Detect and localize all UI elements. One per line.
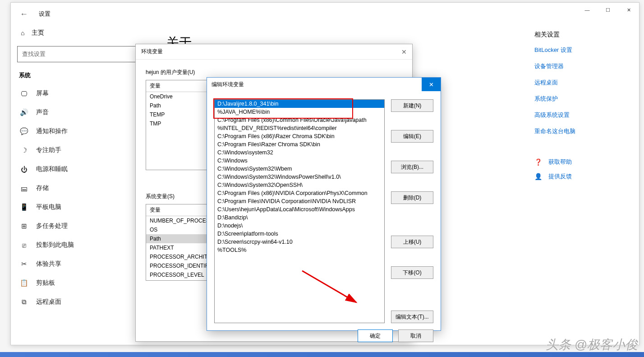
sidebar-item-label: 声音 — [36, 108, 49, 116]
sidebar-item-7[interactable]: ⊞多任务处理 — [15, 217, 148, 236]
path-dialog-titlebar: 编辑环境变量 ✕ — [207, 78, 441, 91]
sidebar-item-label: 投影到此电脑 — [36, 241, 74, 249]
path-entry[interactable]: C:\Windows\System32\OpenSSH\ — [215, 181, 384, 189]
path-entry[interactable]: D:\nodejs\ — [215, 222, 384, 230]
feedback-icon: 👤 — [534, 173, 542, 180]
edit-text-button[interactable]: 编辑文本(T)... — [391, 311, 433, 323]
sidebar-item-8[interactable]: ⎚投影到此电脑 — [15, 236, 148, 255]
path-entries-list[interactable]: D:\Java\jre1.8.0_341\bin%JAVA_HOME%\binC… — [214, 99, 385, 323]
delete-button[interactable]: 删除(D) — [391, 191, 433, 204]
sidebar-icon: ⏻ — [20, 166, 28, 173]
sidebar-item-10[interactable]: 📋剪贴板 — [15, 274, 148, 292]
path-entry[interactable]: C:\Program Files (x86)\NVIDIA Corporatio… — [215, 189, 384, 197]
sidebar: ⌂ 主页 查找设置 系统 🖵屏幕🔊声音💬通知和操作☽专注助手⏻电源和睡眠🖴存储📱… — [11, 25, 153, 345]
help-link[interactable]: ❓ 获取帮助 — [534, 158, 634, 166]
path-entry[interactable]: %TOOLS% — [215, 246, 384, 254]
sidebar-item-label: 存储 — [36, 184, 49, 192]
env-close-icon[interactable]: ✕ — [401, 48, 407, 56]
path-entry[interactable]: C:\Windows\System32\Wbem — [215, 165, 384, 173]
sidebar-item-11[interactable]: ⧉远程桌面 — [15, 292, 148, 311]
window-controls: — ☐ ✕ — [577, 3, 639, 17]
sidebar-item-label: 平板电脑 — [36, 203, 61, 211]
sidebar-item-label: 专注助手 — [36, 146, 61, 154]
settings-header: ← 设置 — [11, 3, 639, 25]
sidebar-item-label: 剪贴板 — [36, 279, 55, 287]
path-button-column: 新建(N) 编辑(E) 浏览(B)... 删除(D) 上移(U) 下移(O) 编… — [391, 99, 433, 323]
path-entry[interactable]: D:\Screen\scrcpy-win64-v1.10 — [215, 238, 384, 246]
taskbar — [0, 352, 644, 357]
sidebar-item-label: 通知和操作 — [36, 127, 68, 135]
related-link[interactable]: 重命名这台电脑 — [534, 127, 634, 135]
sidebar-icon: ✂ — [20, 260, 28, 268]
sidebar-item-1[interactable]: 🔊声音 — [15, 103, 148, 122]
sidebar-icon: 📋 — [20, 279, 28, 287]
sidebar-icon: 📱 — [20, 203, 28, 211]
sidebar-icon: ⧉ — [20, 298, 28, 306]
sidebar-icon: 🔊 — [20, 108, 28, 116]
sidebar-item-label: 多任务处理 — [36, 222, 68, 230]
sidebar-item-6[interactable]: 📱平板电脑 — [15, 198, 148, 217]
path-entry[interactable]: D:\Java\jre1.8.0_341\bin — [215, 100, 384, 108]
settings-title: 设置 — [39, 10, 51, 18]
path-entry[interactable]: %JAVA_HOME%\bin — [215, 108, 384, 116]
sidebar-icon: ⎚ — [20, 241, 28, 249]
edit-button[interactable]: 编辑(E) — [391, 130, 433, 143]
related-link[interactable]: 设备管理器 — [534, 62, 634, 70]
related-link[interactable]: BitLocker 设置 — [534, 46, 634, 54]
sidebar-item-0[interactable]: 🖵屏幕 — [15, 84, 148, 103]
sidebar-icon: ⊞ — [20, 222, 28, 230]
path-dialog-title: 编辑环境变量 — [212, 81, 244, 88]
path-entry[interactable]: C:\Windows\System32\WindowsPowerShell\v1… — [215, 173, 384, 181]
maximize-button[interactable]: ☐ — [598, 3, 618, 17]
sidebar-item-9[interactable]: ✂体验共享 — [15, 255, 148, 274]
back-icon[interactable]: ← — [20, 9, 28, 19]
cancel-button[interactable]: 取消 — [398, 329, 433, 342]
sidebar-item-4[interactable]: ⏻电源和睡眠 — [15, 160, 148, 179]
sidebar-item-label: 体验共享 — [36, 260, 61, 268]
sidebar-icon: 🖴 — [20, 185, 28, 192]
user-vars-label: hejun 的用户变量(U) — [146, 69, 402, 76]
browse-button[interactable]: 浏览(B)... — [391, 161, 433, 173]
path-entry[interactable]: D:\Bandizip\ — [215, 213, 384, 222]
related-settings-panel: 相关设置 BitLocker 设置设备管理器远程桌面系统保护高级系统设置重命名这… — [534, 31, 634, 187]
sidebar-item-5[interactable]: 🖴存储 — [15, 179, 148, 198]
path-entry[interactable]: C:\Users\hejun\AppData\Local\Microsoft\W… — [215, 205, 384, 213]
search-placeholder: 查找设置 — [22, 50, 46, 58]
path-entry[interactable]: C:\Program Files\Razer Chroma SDK\bin — [215, 140, 384, 148]
close-button[interactable]: ✕ — [618, 3, 639, 17]
related-link[interactable]: 系统保护 — [534, 95, 634, 103]
home-label: 主页 — [32, 29, 44, 37]
env-dialog-title: 环境变量 — [141, 48, 163, 56]
related-link[interactable]: 高级系统设置 — [534, 111, 634, 119]
sidebar-icon: 💬 — [20, 127, 28, 135]
feedback-label: 提供反馈 — [548, 172, 572, 181]
sidebar-item-label: 屏幕 — [36, 89, 49, 97]
env-dialog-titlebar: 环境变量 ✕ — [136, 44, 412, 60]
path-entry[interactable]: C:\Program Files (x86)\Razer Chroma SDK\… — [215, 132, 384, 140]
sidebar-section-label: 系统 — [15, 69, 148, 84]
sidebar-icon: 🖵 — [20, 90, 28, 97]
path-entry[interactable]: C:\Windows\system32 — [215, 148, 384, 157]
path-entry[interactable]: D:\Screen\platform-tools — [215, 230, 384, 238]
search-input[interactable]: 查找设置 — [17, 46, 147, 62]
move-down-button[interactable]: 下移(O) — [391, 266, 433, 279]
related-link[interactable]: 远程桌面 — [534, 79, 634, 87]
path-entry[interactable]: C:\Windows — [215, 157, 384, 165]
path-entry[interactable]: %INTEL_DEV_REDIST%redist\intel64\compile… — [215, 124, 384, 132]
path-close-button[interactable]: ✕ — [422, 78, 441, 91]
ok-button[interactable]: 确定 — [358, 329, 393, 342]
sidebar-icon: ☽ — [20, 146, 28, 154]
edit-path-dialog: 编辑环境变量 ✕ D:\Java\jre1.8.0_341\bin%JAVA_H… — [207, 77, 441, 331]
watermark: 头条 @极客小俊 — [546, 336, 638, 353]
sidebar-item-3[interactable]: ☽专注助手 — [15, 141, 148, 160]
sidebar-home[interactable]: ⌂ 主页 — [15, 25, 148, 43]
new-button[interactable]: 新建(N) — [391, 99, 433, 112]
help-label: 获取帮助 — [548, 158, 572, 166]
feedback-link[interactable]: 👤 提供反馈 — [534, 172, 634, 181]
sidebar-item-2[interactable]: 💬通知和操作 — [15, 122, 148, 141]
minimize-button[interactable]: — — [577, 3, 598, 17]
sidebar-item-label: 远程桌面 — [36, 298, 61, 306]
move-up-button[interactable]: 上移(U) — [391, 236, 433, 248]
path-entry[interactable]: C:\Program Files\NVIDIA Corporation\NVID… — [215, 197, 384, 205]
path-entry[interactable]: C:\Program Files (x86)\Common Files\Orac… — [215, 116, 384, 124]
